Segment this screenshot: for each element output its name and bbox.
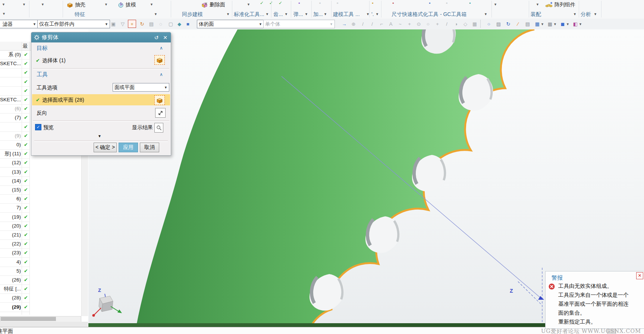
ribbon-group-7[interactable]: 建模工具 ... bbox=[333, 11, 360, 18]
window-grid-dropdown[interactable]: ▼ bbox=[541, 22, 544, 26]
feature-tree-row[interactable]: SKETC...✔ bbox=[0, 95, 29, 105]
end-point-icon[interactable]: / bbox=[359, 20, 367, 28]
reset-icon[interactable]: ↺ bbox=[154, 35, 159, 41]
feature-tree-row[interactable]: (26)✔ bbox=[0, 276, 29, 285]
feature-tree-row[interactable]: 5)✔ bbox=[0, 267, 29, 276]
render-style-dropdown[interactable]: ▼ bbox=[553, 22, 557, 26]
feature-check-icon[interactable]: ✔ bbox=[22, 276, 29, 284]
spline-point-icon[interactable]: ~ bbox=[396, 20, 404, 28]
shell-button[interactable]: 抽壳 bbox=[67, 0, 85, 9]
rotate-point-icon[interactable]: ↻ bbox=[138, 20, 146, 28]
orient-view-cube-dropdown[interactable]: ▼ bbox=[566, 22, 569, 26]
feature-check-icon[interactable]: ✔ bbox=[22, 50, 29, 59]
ribbon-group-dropdown[interactable]: ▼ bbox=[573, 12, 577, 16]
ribbon-group-2[interactable]: 同步建模 bbox=[182, 11, 203, 18]
ribbon-group-8[interactable]: '. bbox=[371, 11, 374, 17]
edge-point-icon[interactable]: / bbox=[443, 20, 451, 28]
feature-tree-row[interactable]: 形] (11)✔ bbox=[0, 149, 29, 159]
circle-point-icon[interactable]: ○ bbox=[424, 20, 432, 28]
feature-tree-row[interactable]: 6)✔ bbox=[0, 194, 29, 204]
scrollbar-thumb[interactable] bbox=[1, 317, 56, 321]
feature-tree-row[interactable]: (14)✔ bbox=[0, 176, 29, 186]
ribbon-overflow-dropdown[interactable]: ▼ bbox=[41, 3, 44, 6]
dashed-rect-icon[interactable]: ▢ bbox=[167, 20, 175, 28]
window-grid-icon[interactable]: ▦ bbox=[533, 20, 541, 28]
feature-check-icon[interactable]: ✔ bbox=[22, 113, 29, 122]
feature-tree-row[interactable]: 系 (0)✔ bbox=[0, 50, 29, 60]
facet-icon[interactable]: ◇ bbox=[461, 20, 469, 28]
target-section-header[interactable]: 目标 bbox=[37, 45, 48, 52]
quadrant-icon[interactable]: + bbox=[405, 20, 414, 28]
intersection-icon[interactable]: A bbox=[387, 20, 395, 28]
feature-tree-row[interactable]: (12)✔ bbox=[0, 158, 29, 168]
gear-hole[interactable] bbox=[310, 274, 344, 311]
partial-box-icon[interactable]: ▪ bbox=[298, 1, 300, 5]
feature-check-icon[interactable]: ✔ bbox=[22, 59, 29, 68]
clipboard-point-icon[interactable]: ▤ bbox=[147, 20, 155, 28]
partial-box-icon[interactable]: ▪ bbox=[392, 1, 394, 5]
collapse-chevron-icon[interactable]: ∧ bbox=[160, 72, 163, 77]
orientation-triad[interactable]: Z bbox=[92, 287, 122, 317]
toolbar-dropdown[interactable]: ▼ bbox=[536, 3, 539, 6]
ribbon-group-4[interactable]: 齿... bbox=[273, 11, 283, 18]
select-body-row[interactable]: ✔选择体 (1) bbox=[36, 57, 66, 64]
feature-tree-row[interactable]: (9)✔ bbox=[0, 131, 29, 141]
delete-face-button[interactable]: 删除面 bbox=[201, 0, 225, 9]
ribbon-group-dropdown[interactable]: ▼ bbox=[226, 12, 230, 16]
feature-check-icon[interactable]: ✔ bbox=[22, 149, 29, 158]
feature-tree-row[interactable]: (19)✔ bbox=[0, 213, 29, 222]
reverse-direction-button[interactable] bbox=[155, 108, 166, 118]
feature-check-icon[interactable]: ✔ bbox=[22, 131, 29, 140]
feature-check-icon[interactable]: ✔ bbox=[22, 239, 29, 248]
select-face-icon-button[interactable] bbox=[154, 95, 165, 105]
feature-check-icon[interactable]: ✔ bbox=[22, 303, 29, 312]
feature-check-icon[interactable]: ✔ bbox=[22, 222, 29, 230]
feature-tree-row[interactable]: (21)✔ bbox=[0, 230, 29, 240]
feature-tree-row[interactable]: 特征 [...✔ bbox=[0, 284, 29, 294]
feature-tree-row[interactable]: 0)✔ bbox=[0, 140, 29, 150]
feature-check-icon[interactable]: ✔ bbox=[22, 185, 29, 194]
feature-tree-row[interactable]: (7)✔ bbox=[0, 113, 29, 123]
snap-point-icon[interactable]: ⊕ bbox=[349, 20, 358, 28]
solid-box-icon[interactable]: ■ bbox=[184, 20, 192, 28]
partial-box-icon[interactable]: ▪ bbox=[372, 1, 373, 5]
feature-tree-row[interactable]: (23)✔ bbox=[0, 248, 29, 258]
pan-icon[interactable]: ▨ bbox=[494, 20, 503, 28]
gear-hole[interactable] bbox=[365, 216, 400, 253]
feature-tree-row[interactable]: (20)✔ bbox=[0, 222, 29, 231]
selection-scope-combo[interactable]: 仅在工作部件内▼ bbox=[37, 20, 110, 28]
feature-tree-row[interactable]: ✔ bbox=[0, 68, 29, 77]
mid-point-icon[interactable]: / bbox=[368, 20, 376, 28]
partial-box-icon[interactable]: ▫ bbox=[337, 1, 338, 5]
ribbon-group-dropdown[interactable]: ▼ bbox=[305, 12, 308, 16]
feature-check-icon[interactable]: ✔ bbox=[22, 176, 29, 185]
feature-check-icon[interactable]: ✔ bbox=[22, 194, 29, 203]
feature-check-icon[interactable]: ✔ bbox=[22, 68, 29, 77]
rotate-view-icon[interactable]: ↻ bbox=[504, 20, 512, 28]
select-face-row[interactable]: ✔选择面或平面 (28) bbox=[36, 97, 84, 104]
feature-tree-row[interactable]: (29)✔ bbox=[0, 303, 29, 312]
ribbon-group-1[interactable]: 特征 bbox=[75, 11, 85, 18]
feature-tree-row[interactable]: ✔ bbox=[0, 86, 29, 96]
partial-box-icon[interactable]: ▪ bbox=[429, 1, 430, 5]
ribbon-group-dropdown[interactable]: ▼ bbox=[484, 12, 487, 16]
face-rule-combo[interactable]: 体的面▼ bbox=[197, 20, 264, 28]
select-arrow-icon[interactable]: → bbox=[340, 20, 348, 28]
sheets-icon[interactable]: ▤ bbox=[524, 20, 532, 28]
expand-more-chevron[interactable]: ▼ bbox=[98, 134, 101, 138]
ok-button[interactable]: < 确定 > bbox=[94, 143, 117, 152]
feature-check-icon[interactable]: ✔ bbox=[22, 267, 29, 276]
ribbon-group-dropdown[interactable]: ▼ bbox=[2, 12, 6, 16]
snap-filter-icon[interactable]: + bbox=[128, 20, 136, 28]
feature-check-icon[interactable]: ✔ bbox=[22, 95, 29, 104]
show-result-button[interactable] bbox=[154, 123, 163, 133]
clip-section-icon[interactable]: ◧ bbox=[571, 20, 579, 28]
control-point-icon[interactable]: ⌐ bbox=[377, 20, 386, 28]
ribbon-group-dropdown[interactable]: ▼ bbox=[324, 12, 327, 16]
feature-check-icon[interactable]: ✔ bbox=[22, 258, 29, 267]
shell-dropdown[interactable]: ▼ bbox=[104, 3, 108, 6]
feature-tree-row[interactable]: (28)✔ bbox=[0, 293, 29, 303]
feature-tree-row[interactable]: SKETC...✔ bbox=[0, 59, 29, 69]
delete-face-dropdown[interactable]: ▼ bbox=[247, 3, 250, 6]
ribbon-group-dropdown[interactable]: ▼ bbox=[154, 12, 157, 16]
